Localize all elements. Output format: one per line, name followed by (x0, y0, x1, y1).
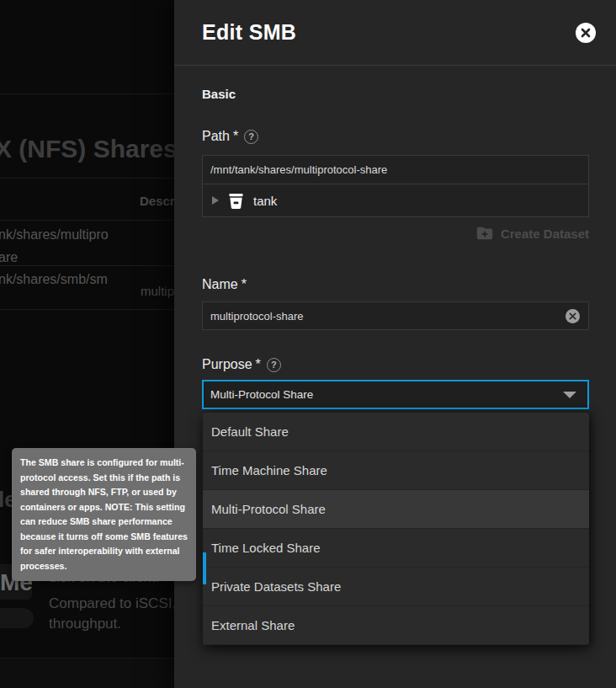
active-option-indicator (203, 552, 206, 584)
path-explorer: tank (202, 155, 589, 217)
name-field-label: Name* (202, 277, 247, 292)
background-body-text: Compared to iSCSI, (49, 595, 174, 612)
clear-icon (569, 312, 576, 320)
purpose-field-label: Purpose* ? (202, 357, 281, 372)
folder-plus-icon (475, 224, 494, 243)
required-marker: * (233, 129, 238, 144)
close-button[interactable] (576, 23, 596, 43)
divider (0, 178, 174, 179)
dialog-header: Edit SMB (174, 0, 616, 66)
background-row-path: nk/shares/multipro (0, 227, 109, 243)
purpose-selected-value: Multi-Protocol Share (204, 388, 313, 401)
chevron-down-icon (563, 392, 576, 398)
path-input-row (203, 156, 588, 184)
clear-input-button[interactable] (566, 309, 580, 323)
tree-node-tank[interactable]: tank (203, 184, 588, 216)
help-icon[interactable]: ? (267, 358, 281, 372)
background-row-path: nk/shares/smb/sm (0, 272, 108, 287)
option-external-share[interactable]: External Share (203, 606, 589, 645)
background-footer-band (0, 659, 174, 688)
dataset-icon (226, 191, 246, 211)
background-toggle-remnant (0, 608, 34, 628)
background-page: X (NFS) Shares Descrip nk/shares/multipr… (0, 0, 174, 688)
path-label-text: Path (202, 129, 230, 144)
create-dataset-button[interactable]: Create Dataset (475, 224, 589, 243)
name-field (202, 301, 589, 330)
background-column-header-description: Descrip (140, 194, 174, 208)
section-title-basic: Basic (202, 87, 236, 101)
create-dataset-label: Create Dataset (501, 227, 589, 241)
required-marker: * (256, 357, 261, 372)
dialog-title: Edit SMB (202, 20, 296, 45)
expand-arrow-icon[interactable] (212, 196, 219, 205)
option-time-machine-share[interactable]: Time Machine Share (203, 451, 589, 490)
path-field-label: Path* ? (202, 129, 258, 144)
background-row-description: multip (141, 284, 174, 298)
purpose-label-text: Purpose (202, 357, 252, 372)
divider (0, 309, 174, 310)
background-body-text: throughput. (49, 616, 121, 632)
divider (0, 265, 174, 266)
divider (0, 220, 174, 221)
background-page-title-text: X (NFS) Shares (0, 135, 174, 163)
name-input[interactable] (203, 302, 566, 329)
option-multi-protocol-share[interactable]: Multi-Protocol Share (203, 490, 589, 529)
name-label-text: Name (202, 277, 238, 292)
purpose-options-dropdown: Default Share Time Machine Share Multi-P… (203, 413, 589, 645)
help-icon[interactable]: ? (244, 130, 258, 144)
close-icon (580, 27, 592, 39)
required-marker: * (242, 277, 247, 292)
divider (0, 93, 174, 94)
path-input[interactable] (203, 156, 588, 184)
background-row-path: are (0, 250, 18, 265)
option-private-datasets-share[interactable]: Private Datasets Share (203, 568, 589, 606)
option-default-share[interactable]: Default Share (203, 413, 589, 451)
screen: X (NFS) Shares Descrip nk/shares/multipr… (0, 0, 616, 688)
edit-smb-dialog: Edit SMB Basic Path* ? (174, 0, 616, 688)
background-page-title: X (NFS) Shares (0, 135, 174, 163)
purpose-select[interactable]: Multi-Protocol Share (202, 380, 589, 409)
option-time-locked-share[interactable]: Time Locked Share (203, 529, 589, 568)
purpose-tooltip: The SMB share is configured for multi-pr… (12, 448, 196, 581)
tree-node-label: tank (253, 194, 277, 208)
